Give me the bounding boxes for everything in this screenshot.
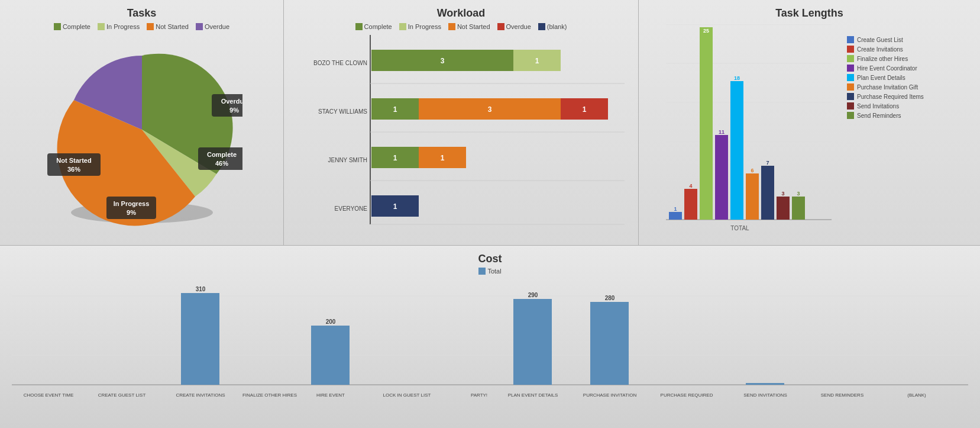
pie-container: Overdue 9% Complete 46% Not Started 36% … <box>9 35 274 230</box>
tl-ll-6: Purchase Required Items <box>857 94 924 100</box>
label-notstarted-text: Not Started <box>56 157 91 164</box>
cost-bar-7 <box>513 299 552 385</box>
tl-val-5: 6 <box>751 168 753 173</box>
cost-val-4: 200 <box>326 318 336 325</box>
tl-x-label: TOTAL <box>730 225 749 231</box>
tl-ll-5: Purchase Invitation Gift <box>857 84 918 91</box>
cost-ll-total: Total <box>487 268 501 275</box>
wl-ll-inprogress: In Progress <box>408 23 441 30</box>
tl-lc-6 <box>847 93 854 100</box>
tl-bar-3 <box>715 135 728 220</box>
legend-color-overdue <box>196 23 203 30</box>
legend-label-notstarted: Not Started <box>156 23 189 30</box>
dashboard: Tasks Complete In Progress Not Started O… <box>0 0 980 428</box>
tl-bar-0 <box>669 212 682 220</box>
tl-bar-5 <box>746 173 759 220</box>
cost-title: Cost <box>12 253 968 265</box>
pie-chart: Overdue 9% Complete 46% Not Started 36% … <box>41 35 242 230</box>
workload-legend: Complete In Progress Not Started Overdue… <box>293 23 629 30</box>
tl-ll-2: Finalize other Hires <box>857 56 908 62</box>
tl-ll-4: Plan Event Details <box>857 75 905 81</box>
tasks-title: Tasks <box>9 7 274 20</box>
cost-lc-total <box>478 268 486 275</box>
tl-ll-8: Send Reminders <box>857 112 901 119</box>
legend-inprogress: In Progress <box>98 23 140 30</box>
tl-bar-7 <box>777 197 790 220</box>
tasks-panel: Tasks Complete In Progress Not Started O… <box>0 0 284 245</box>
cost-xlabel-10: SEND INVITATIONS <box>743 392 787 398</box>
workload-panel: Workload Complete In Progress Not Starte… <box>284 0 639 245</box>
tl-lc-8 <box>847 112 854 119</box>
wl-val-0-1: 1 <box>535 57 539 65</box>
wl-legend-inprogress: In Progress <box>399 23 441 30</box>
tl-legend-3: Hire Event Coordinator <box>847 65 942 72</box>
tl-lc-1 <box>847 46 854 53</box>
tl-lc-7 <box>847 102 854 110</box>
tasklengths-title: Task Lengths <box>648 7 971 20</box>
tl-val-4: 18 <box>734 75 740 81</box>
cost-legend: Total <box>12 268 968 275</box>
cost-xlabel-11: SEND REMINDERS <box>821 392 863 398</box>
cost-xlabel-3: FINALIZE OTHER HIRES <box>242 392 297 398</box>
wl-val-3-0: 1 <box>393 202 397 211</box>
tl-lc-4 <box>847 74 854 81</box>
cost-bar-2 <box>181 293 219 385</box>
wl-ll-overdue: Overdue <box>506 23 531 30</box>
legend-label-complete: Complete <box>63 23 90 30</box>
wl-legend-blank: (blank) <box>538 23 567 30</box>
label-overdue-text: Overdue <box>221 98 242 105</box>
workload-title: Workload <box>293 7 629 20</box>
tasklengths-legend: Create Guest List Create Invitations Fin… <box>847 24 942 243</box>
cost-xlabel-5: LOCK IN GUEST LIST <box>383 392 431 398</box>
tl-ll-7: Send Invitations <box>857 103 899 110</box>
tl-ll-1: Create Invitations <box>857 46 903 53</box>
tasks-legend: Complete In Progress Not Started Overdue <box>9 23 274 30</box>
cost-xlabel-7: PLAN EVENT DETAILS <box>508 392 558 398</box>
cost-xlabel-0: CHOOSE EVENT TIME <box>24 392 74 398</box>
tl-lc-0 <box>847 36 854 43</box>
cost-val-7: 290 <box>528 292 538 298</box>
wl-val-2-1: 1 <box>441 154 445 162</box>
cost-xlabel-8: PURCHASE INVITATION <box>583 392 637 398</box>
tl-legend-0: Create Guest List <box>847 36 942 43</box>
wl-ll-notstarted: Not Started <box>457 23 490 30</box>
wl-val-0-0: 3 <box>441 57 445 65</box>
legend-label-overdue: Overdue <box>205 23 229 30</box>
wl-val-1-1: 3 <box>488 105 492 114</box>
wl-legend-overdue: Overdue <box>497 23 531 30</box>
tl-val-2: 25 <box>703 28 709 34</box>
cost-xlabel-2: CREATE INVITATIONS <box>176 392 225 398</box>
wl-row-label-0: BOZO THE CLOWN <box>313 60 367 66</box>
cost-xlabel-1: CREATE GUEST LIST <box>98 392 146 398</box>
wl-ll-complete: Complete <box>364 23 392 30</box>
cost-val-8: 280 <box>605 295 615 301</box>
tl-ll-3: Hire Event Coordinator <box>857 65 917 72</box>
wl-val-2-0: 1 <box>393 154 397 162</box>
cost-panel: Cost Total CHOOSE EVENT TIME CREATE GUES… <box>0 246 980 428</box>
workload-chart-svg: BOZO THE CLOWN 3 1 STACY WILLIAMS 1 3 1 … <box>293 35 630 236</box>
wl-lc-overdue <box>497 23 504 30</box>
tasklengths-chart-svg: 1 4 25 11 18 6 <box>648 24 837 243</box>
cost-bar-10 <box>746 383 784 385</box>
label-inprogress-text: In Progress <box>113 200 149 207</box>
tl-val-7: 3 <box>781 191 784 197</box>
label-complete-pct: 46% <box>215 160 228 167</box>
wl-legend-notstarted: Not Started <box>448 23 490 30</box>
tl-val-0: 1 <box>674 206 677 212</box>
legend-color-complete <box>54 23 61 30</box>
label-overdue-pct: 9% <box>229 107 239 114</box>
tl-val-6: 7 <box>766 160 769 166</box>
cost-xlabel-6: PARTY! <box>471 392 487 398</box>
tl-lc-2 <box>847 55 854 62</box>
cost-xlabel-4: HIRE EVENT <box>316 392 345 398</box>
wl-row-label-1: STACY WILLIAMS <box>318 108 367 115</box>
legend-color-notstarted <box>147 23 154 30</box>
tl-val-3: 11 <box>719 129 725 135</box>
cost-xlabel-9: PURCHASE REQUIRED <box>661 392 713 398</box>
legend-complete: Complete <box>54 23 90 30</box>
cost-bar-4 <box>311 326 350 385</box>
tl-val-8: 3 <box>797 191 800 197</box>
tl-bar-1 <box>684 189 697 220</box>
tl-ll-0: Create Guest List <box>857 37 903 43</box>
wl-lc-inprogress <box>399 23 406 30</box>
